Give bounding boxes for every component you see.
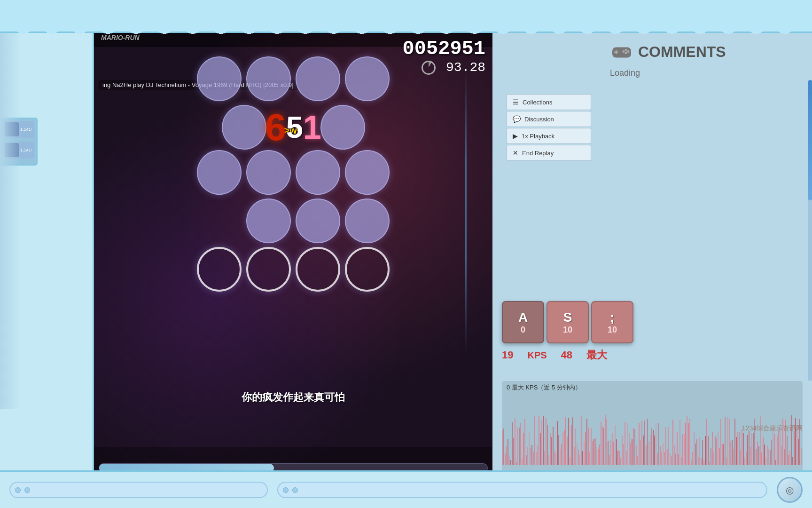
key-count-s: 10 bbox=[563, 325, 572, 335]
note-circle bbox=[296, 198, 340, 243]
note-circle bbox=[246, 150, 291, 195]
note-circle-empty bbox=[296, 247, 340, 292]
vertical-progress-line bbox=[465, 71, 467, 353]
playback-icon: ▶ bbox=[513, 132, 518, 140]
note-grid: 6 5 1 >w< bbox=[192, 56, 394, 295]
score-display: 0052951 93.28 bbox=[396, 33, 492, 79]
comments-loading: Loading bbox=[610, 68, 803, 78]
kps-max-label: 最大 bbox=[586, 348, 607, 362]
discussion-label: Discussion bbox=[524, 116, 554, 123]
discussion-icon: 💬 bbox=[513, 115, 521, 123]
key-letter-s: S bbox=[563, 310, 572, 325]
bottom-controls: ◎ bbox=[0, 470, 812, 508]
svg-point-4 bbox=[627, 50, 630, 53]
list-item[interactable]: 1,141↑ bbox=[3, 121, 34, 138]
ctrl-dot bbox=[24, 487, 30, 493]
round-control-button[interactable]: ◎ bbox=[777, 477, 803, 503]
collections-icon: ☰ bbox=[513, 98, 519, 106]
kps-stats: 19 KPS 48 最大 bbox=[502, 348, 607, 362]
side-progress-fill bbox=[808, 80, 812, 200]
svg-point-6 bbox=[623, 50, 625, 53]
waveform-label: 0 最大 KPS（近 5 分钟内） bbox=[502, 381, 803, 394]
note-circle bbox=[345, 198, 390, 243]
key-stat-a: A 0 bbox=[502, 301, 544, 343]
note-circle bbox=[246, 56, 291, 101]
playback-label: 1x Playback bbox=[522, 133, 554, 140]
progress-control-bar-1[interactable] bbox=[9, 482, 268, 498]
main-container: 1,141↑ 1,141↑ MARIO-RUN ing Na2He play D… bbox=[0, 33, 812, 475]
comments-header: COMMENTS bbox=[610, 42, 803, 61]
svg-point-3 bbox=[625, 49, 627, 51]
note-circle bbox=[345, 56, 390, 101]
score-accuracy: 93.28 bbox=[403, 60, 485, 75]
note-row-4 bbox=[192, 198, 394, 243]
right-panel: ☰ Collections 💬 Discussion ▶ 1x Playback… bbox=[492, 33, 812, 475]
note-circle bbox=[246, 198, 291, 243]
end-replay-label: End Replay bbox=[522, 150, 554, 157]
key-count-semi: 10 bbox=[608, 325, 617, 335]
comments-title: COMMENTS bbox=[638, 43, 726, 61]
menu-buttons: ☰ Collections 💬 Discussion ▶ 1x Playback… bbox=[507, 94, 591, 161]
sidebar-count-2: 1,141↑ bbox=[20, 148, 33, 152]
end-replay-button[interactable]: ✕ End Replay bbox=[507, 145, 591, 161]
key-stat-s: S 10 bbox=[547, 301, 589, 343]
hit-num-1: 1 bbox=[303, 109, 321, 146]
round-button-icon: ◎ bbox=[786, 484, 794, 496]
key-stat-semi: ; 10 bbox=[591, 301, 633, 343]
note-circle bbox=[296, 56, 340, 101]
collections-label: Collections bbox=[523, 99, 553, 106]
end-replay-icon: ✕ bbox=[513, 149, 518, 157]
note-circle bbox=[296, 150, 340, 195]
control-dots-1 bbox=[10, 483, 267, 497]
kps-label: KPS bbox=[527, 350, 547, 361]
progress-control-bar-2[interactable] bbox=[277, 482, 767, 498]
accuracy-icon bbox=[422, 61, 436, 75]
list-item[interactable]: 1,141↑ bbox=[3, 142, 34, 159]
score-number: 0052951 bbox=[403, 38, 485, 60]
avatar bbox=[5, 122, 19, 136]
game-area: MARIO-RUN ing Na2He play DJ Technetium -… bbox=[94, 33, 492, 475]
note-circle-empty bbox=[345, 247, 390, 292]
note-circle-empty bbox=[246, 247, 291, 292]
discussion-button[interactable]: 💬 Discussion bbox=[507, 111, 591, 127]
note-row-1 bbox=[192, 56, 394, 101]
ctrl-dot bbox=[292, 487, 298, 493]
kps-current-value: 19 bbox=[502, 349, 513, 361]
subtitle-text: 你的疯发作起来真可怕 bbox=[242, 390, 345, 405]
note-circle-empty bbox=[197, 247, 242, 292]
note-row-3 bbox=[192, 150, 394, 195]
side-progress bbox=[808, 80, 812, 381]
key-count-a: 0 bbox=[521, 325, 525, 335]
gamepad-icon bbox=[610, 42, 633, 61]
ctrl-dot bbox=[15, 487, 21, 493]
svg-rect-2 bbox=[614, 52, 618, 53]
collections-button[interactable]: ☰ Collections bbox=[507, 94, 591, 110]
hit-num-5: 5 bbox=[286, 110, 303, 145]
ctrl-dot bbox=[283, 487, 289, 493]
top-decoration bbox=[0, 0, 812, 33]
note-row-5 bbox=[192, 247, 394, 292]
playback-button[interactable]: ▶ 1x Playback bbox=[507, 128, 591, 144]
key-letter-semi: ; bbox=[610, 310, 614, 325]
sidebar-count-1: 1,141↑ bbox=[20, 127, 33, 132]
note-circle bbox=[345, 150, 390, 195]
key-letter-a: A bbox=[518, 310, 528, 325]
hit-numbers: 6 5 1 bbox=[265, 106, 321, 149]
left-sidebar: 1,141↑ 1,141↑ bbox=[0, 33, 94, 475]
avatar bbox=[5, 143, 19, 157]
note-circle bbox=[197, 150, 242, 195]
keyboard-stats: A 0 S 10 ; 10 bbox=[502, 301, 633, 343]
sidebar-panel: 1,141↑ 1,141↑ bbox=[0, 118, 38, 166]
kps-max-value: 48 bbox=[561, 349, 572, 361]
control-dots-2 bbox=[278, 483, 766, 497]
hit-num-6: 6 bbox=[265, 106, 286, 149]
note-circle bbox=[197, 56, 242, 101]
watermark: 1234综合娱乐资讯网 bbox=[742, 424, 803, 433]
svg-point-5 bbox=[625, 52, 627, 54]
